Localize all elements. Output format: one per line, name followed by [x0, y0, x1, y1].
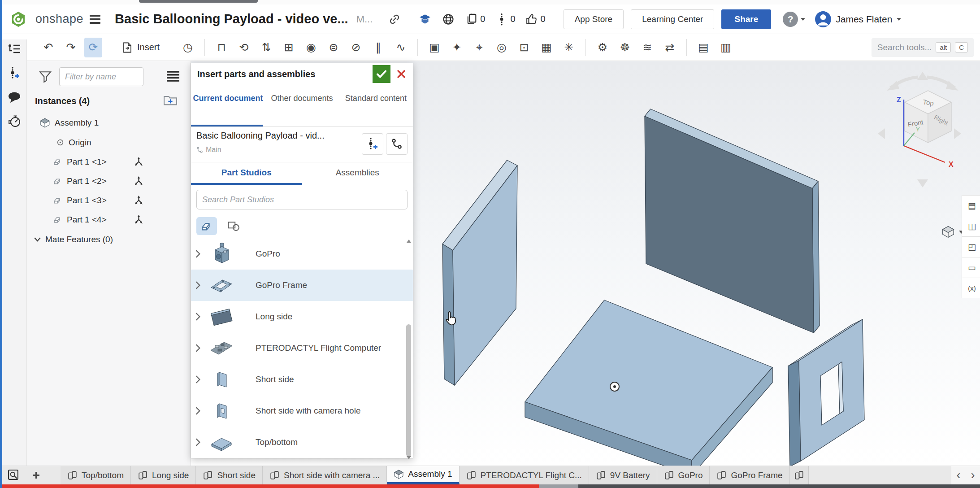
tab-assemblies[interactable]: Assemblies [302, 162, 413, 185]
tab-top-bottom[interactable]: Top/bottom [61, 466, 131, 484]
stopwatch-icon[interactable] [8, 115, 21, 127]
close-button[interactable] [392, 65, 410, 83]
tab-assembly-1[interactable]: Assembly 1 [387, 466, 459, 484]
tree-item-part1-1[interactable]: Part 1 <1> [27, 152, 217, 171]
add-tab-button[interactable] [25, 466, 47, 484]
confirm-button[interactable] [373, 65, 390, 83]
undo-icon[interactable]: ↶ [39, 38, 57, 57]
share-button[interactable]: Share [721, 9, 771, 29]
scrollbar-thumb[interactable] [406, 324, 411, 457]
expand-chevron-icon[interactable] [195, 344, 205, 352]
tab-long-side[interactable]: Long side [131, 466, 196, 484]
redo-icon[interactable]: ↷ [62, 38, 80, 57]
snapshot-icon[interactable]: ⇄ [661, 38, 679, 57]
part-short-side-3d[interactable] [442, 160, 517, 385]
expand-chevron-icon[interactable] [195, 375, 205, 383]
scroll-tabs-left-icon[interactable]: ‹ [951, 468, 966, 482]
list-item-gopro[interactable]: GoPro [191, 238, 413, 270]
tab-part-studios[interactable]: Part Studios [191, 162, 302, 185]
part-top-bottom-3d[interactable] [525, 300, 772, 466]
mate-connector-badge-icon[interactable] [134, 157, 144, 167]
view-cube[interactable]: Top Front Right Z X Y [873, 67, 963, 202]
tree-item-part1-3[interactable]: Part 1 <3> [27, 191, 217, 210]
filter-icon[interactable] [39, 70, 52, 83]
mate-connector-icon[interactable]: ⌖ [470, 38, 488, 57]
expand-chevron-icon[interactable] [195, 281, 205, 289]
bom-icon[interactable]: ▥ [717, 38, 735, 57]
list-item-pterodactyl[interactable]: PTERODACTYL Flight Computer [191, 332, 413, 364]
configurations-panel-button[interactable]: ◫ [962, 216, 980, 236]
scroll-up-icon[interactable] [406, 239, 412, 243]
filter-surfaces-button[interactable] [223, 217, 244, 235]
update-document-icon[interactable]: ⟳ [84, 38, 102, 57]
in-context-edit-icon[interactable]: ◎ [493, 38, 511, 57]
main-menu-icon[interactable] [89, 13, 102, 26]
list-item-short-side[interactable]: Short side [191, 364, 413, 395]
mate-connector-badge-icon[interactable] [134, 195, 144, 205]
transform-icon[interactable]: ⊡ [515, 38, 533, 57]
likes-indicator[interactable]: 0 [525, 13, 546, 26]
tangent-mate-icon[interactable]: ∿ [392, 38, 410, 57]
expand-chevron-icon[interactable] [195, 438, 205, 446]
tree-item-assembly[interactable]: Assembly 1 [27, 113, 203, 132]
insert-button[interactable]: Insert [118, 38, 163, 57]
revolute-mate-icon[interactable]: ⟲ [235, 38, 253, 57]
display-states-icon[interactable]: ▤ [694, 38, 712, 57]
part-short-side-camera-hole-3d[interactable] [788, 319, 864, 466]
versions-indicator[interactable]: 0 [495, 13, 515, 26]
variables-panel-button[interactable]: (x) [962, 278, 980, 298]
tab-short-side-with-camera[interactable]: Short side with camera ... [263, 466, 387, 484]
expand-chevron-icon[interactable] [195, 407, 205, 415]
onshape-logo-icon[interactable] [9, 10, 27, 28]
scroll-tabs-right-icon[interactable]: › [966, 468, 980, 482]
tab-pterodactyl[interactable]: PTERODACTYL Flight C... [460, 466, 589, 484]
mate-connector-badge-icon[interactable] [134, 214, 144, 225]
interference-icon[interactable]: ≋ [638, 38, 656, 57]
pattern-icon[interactable]: ▦ [538, 38, 555, 57]
tab-clipped[interactable] [790, 466, 809, 484]
cylindrical-mate-icon[interactable]: ⊜ [325, 38, 343, 57]
help-menu[interactable]: ? [783, 12, 806, 27]
globe-icon[interactable] [442, 13, 455, 26]
search-tabs-button[interactable] [2, 466, 25, 484]
tab-short-side[interactable]: Short side [196, 466, 263, 484]
expand-chevron-icon[interactable] [195, 250, 205, 258]
pin-slot-mate-icon[interactable]: ⊘ [347, 38, 365, 57]
slider-mate-icon[interactable]: ⇅ [257, 38, 275, 57]
list-view-icon[interactable] [167, 71, 179, 82]
appearance-panel-button[interactable]: ◰ [962, 236, 980, 257]
insert-mate-connector-button[interactable] [362, 133, 383, 155]
share-link-icon[interactable] [388, 13, 401, 26]
copies-indicator[interactable]: 0 [465, 13, 485, 26]
search-part-studios-input[interactable] [196, 190, 408, 209]
user-menu[interactable]: James Flaten [815, 11, 902, 28]
tree-item-part1-4[interactable]: Part 1 <4> [27, 210, 217, 229]
list-item-top-bottom[interactable]: Top/bottom [191, 427, 413, 458]
list-item-short-side-camera-hole[interactable]: Short side with camera hole [191, 395, 413, 427]
parallel-mate-icon[interactable]: ∥ [369, 38, 387, 57]
tab-current-document[interactable]: Current document [191, 85, 265, 126]
video-progress-bar[interactable] [0, 484, 980, 488]
tab-gopro-frame[interactable]: GoPro Frame [710, 466, 789, 484]
expand-chevron-icon[interactable] [195, 313, 205, 321]
planar-mate-icon[interactable]: ⊞ [280, 38, 298, 57]
display-states-panel-button[interactable]: ▭ [962, 257, 980, 278]
app-store-button[interactable]: App Store [564, 9, 624, 29]
exploded-view-icon[interactable]: ✳ [560, 38, 578, 57]
group-icon[interactable]: ▣ [425, 38, 443, 57]
list-item-long-side[interactable]: Long side [191, 301, 413, 332]
learning-center-button[interactable]: Learning Center [631, 9, 714, 29]
scroll-down-icon[interactable] [406, 456, 412, 460]
list-scrollbar[interactable] [406, 239, 412, 460]
dialog-titlebar[interactable]: Insert parts and assemblies [191, 63, 413, 85]
filter-parts-button[interactable] [196, 217, 217, 235]
view-cube-top-label[interactable]: Top [923, 98, 934, 107]
tree-item-mate-features[interactable]: Mate Features (0) [27, 230, 198, 249]
mate-connector-badge-icon[interactable] [134, 176, 144, 186]
list-item-gopro-frame[interactable]: GoPro Frame [191, 270, 413, 301]
tab-standard-content[interactable]: Standard content [339, 85, 413, 126]
tab-other-documents[interactable]: Other documents [265, 85, 339, 126]
tab-9v-battery[interactable]: 9V Battery [589, 466, 657, 484]
filter-input[interactable] [59, 67, 143, 86]
view-mode-dropdown[interactable] [941, 225, 964, 239]
